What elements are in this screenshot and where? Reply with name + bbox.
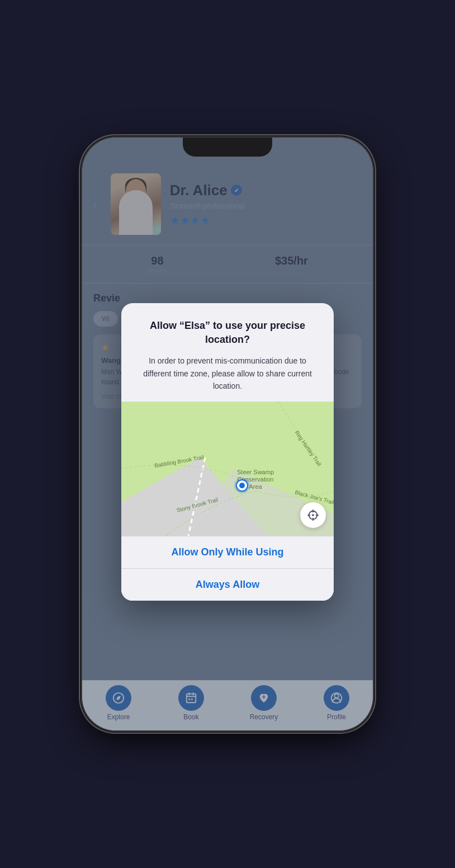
map-view: Reg Hartley Trail Babbling Brook Trail S… — [121, 402, 334, 536]
modal-title: Allow “Elsa” to use your precise locatio… — [135, 319, 320, 347]
location-permission-modal: Allow “Elsa” to use your precise locatio… — [121, 303, 334, 601]
svg-text:Steer Swamp: Steer Swamp — [237, 469, 274, 475]
always-allow-button[interactable]: Always Allow — [121, 568, 334, 601]
svg-point-25 — [239, 483, 245, 488]
screen: ‹ Dr. Alice ✓ Stomach professi — [82, 138, 373, 730]
svg-point-27 — [312, 514, 314, 516]
location-center-button[interactable] — [300, 502, 326, 528]
svg-text:Area: Area — [249, 483, 262, 490]
modal-actions: Allow Only While Using Always Allow — [121, 536, 334, 601]
modal-text-area: Allow “Elsa” to use your precise locatio… — [121, 303, 334, 393]
modal-body-text: In order to prevent mis-communication du… — [135, 355, 320, 392]
notch — [183, 138, 272, 157]
phone-body: ‹ Dr. Alice ✓ Stomach professi — [82, 138, 373, 730]
phone-frame: ‹ Dr. Alice ✓ Stomach professi — [0, 0, 455, 868]
allow-while-using-button[interactable]: Allow Only While Using — [121, 536, 334, 568]
